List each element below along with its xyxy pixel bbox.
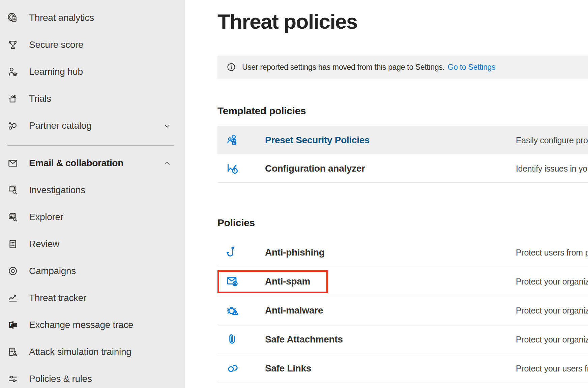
- chevron-down-icon: [163, 121, 172, 130]
- sidebar-item-label: Secure score: [29, 39, 83, 50]
- row-description: Protect users from p: [516, 247, 588, 257]
- row-description: Protect your organiz: [516, 305, 588, 315]
- row-description: Easily configure prot: [516, 136, 588, 145]
- sidebar-item-partner-catalog[interactable]: Partner catalog: [0, 112, 185, 139]
- main-content: Threat policies User reported settings h…: [185, 0, 588, 388]
- preset-security-icon: [225, 133, 240, 148]
- sidebar-item-secure-score[interactable]: Secure score: [0, 31, 185, 58]
- policies-list: Anti-phishing Protect users from p Anti-…: [217, 238, 588, 383]
- threat-policies-page: Threat analytics Secure score: [0, 0, 588, 388]
- row-label: Safe Attachments: [265, 334, 343, 345]
- partner-catalog-icon: [6, 119, 20, 132]
- row-label: Anti-spam: [265, 276, 310, 287]
- sidebar-item-label: Policies & rules: [29, 374, 92, 384]
- investigations-icon: [6, 183, 20, 197]
- row-description: Protect your organiz: [516, 276, 588, 286]
- sidebar-item-label: Email & collaboration: [29, 158, 123, 169]
- banner-message: User reported settings has moved from th…: [242, 63, 445, 72]
- row-anti-phishing[interactable]: Anti-phishing Protect users from p: [217, 238, 588, 267]
- anti-phishing-icon: [225, 245, 240, 260]
- trophy-icon: [6, 38, 20, 52]
- sidebar-item-learning-hub[interactable]: Learning hub: [0, 58, 185, 85]
- row-description: Protect your organiz: [516, 334, 588, 344]
- sidebar-item-trials[interactable]: Trials: [0, 85, 185, 112]
- policies-heading: Policies: [217, 217, 255, 229]
- sidebar-section-email-collaboration[interactable]: Email & collaboration: [0, 150, 185, 177]
- trials-icon: [6, 92, 20, 106]
- sidebar-item-label: Explorer: [29, 212, 63, 222]
- row-anti-spam[interactable]: Anti-spam Protect your organiz: [217, 267, 588, 296]
- sidebar-item-threat-analytics[interactable]: Threat analytics: [0, 4, 185, 31]
- explorer-icon: [6, 210, 20, 224]
- row-anti-malware[interactable]: Anti-malware Protect your organiz: [217, 296, 588, 325]
- row-safe-attachments[interactable]: Safe Attachments Protect your organiz: [217, 325, 588, 354]
- row-description: Protect your users fr: [516, 363, 588, 373]
- sidebar-item-explorer[interactable]: Explorer: [0, 204, 185, 231]
- row-label: Configuration analyzer: [265, 163, 365, 174]
- sidebar-item-label: Exchange message trace: [29, 320, 133, 330]
- page-title: Threat policies: [217, 10, 357, 33]
- sidebar-item-attack-simulation-training[interactable]: Attack simulation training: [0, 338, 185, 365]
- go-to-settings-link[interactable]: Go to Settings: [448, 63, 496, 72]
- sidebar-item-label: Partner catalog: [29, 120, 91, 131]
- svg-text:E: E: [10, 323, 13, 327]
- row-label: Preset Security Policies: [265, 135, 370, 146]
- learning-hub-icon: [6, 65, 20, 79]
- sidebar-item-policies-rules[interactable]: Policies & rules: [0, 365, 185, 388]
- threat-tracker-icon: [6, 291, 20, 305]
- sidebar-item-label: Investigations: [29, 185, 85, 196]
- row-safe-links[interactable]: Safe Links Protect your users fr: [217, 354, 588, 383]
- sidebar-item-threat-tracker[interactable]: Threat tracker: [0, 285, 185, 311]
- exchange-icon: E: [6, 318, 20, 332]
- anti-malware-icon: [225, 303, 240, 318]
- sidebar-item-label: Review: [29, 239, 59, 249]
- row-description: Identify issues in you: [516, 163, 588, 173]
- row-configuration-analyzer[interactable]: Configuration analyzer Identify issues i…: [217, 154, 588, 183]
- sidebar-item-label: Threat analytics: [29, 12, 94, 23]
- templated-policies-heading: Templated policies: [217, 105, 306, 117]
- safe-attachments-icon: [225, 332, 240, 347]
- anti-spam-icon: [225, 274, 240, 289]
- sidebar: Threat analytics Secure score: [0, 0, 185, 388]
- sidebar-divider: [7, 145, 174, 146]
- campaigns-icon: [6, 264, 20, 278]
- sidebar-item-exchange-message-trace[interactable]: E Exchange message trace: [0, 311, 185, 338]
- row-label: Anti-malware: [265, 305, 323, 316]
- review-icon: [6, 237, 20, 251]
- configuration-analyzer-icon: [225, 161, 240, 176]
- sidebar-item-review[interactable]: Review: [0, 231, 185, 258]
- policies-rules-icon: [6, 372, 20, 386]
- info-icon: [226, 62, 236, 72]
- sidebar-item-label: Trials: [29, 93, 51, 104]
- sidebar-item-label: Campaigns: [29, 266, 76, 276]
- sidebar-item-label: Learning hub: [29, 66, 83, 77]
- sidebar-item-label: Attack simulation training: [29, 347, 131, 357]
- sidebar-item-investigations[interactable]: Investigations: [0, 177, 185, 204]
- chevron-up-icon: [163, 159, 172, 168]
- templated-policies-list: Preset Security Policies Easily configur…: [217, 126, 588, 183]
- threat-analytics-icon: [6, 11, 20, 25]
- mail-icon: [6, 156, 20, 170]
- attack-simulation-icon: [6, 345, 20, 359]
- sidebar-item-campaigns[interactable]: Campaigns: [0, 258, 185, 285]
- safe-links-icon: [225, 361, 240, 376]
- sidebar-item-label: Threat tracker: [29, 293, 86, 303]
- row-preset-security-policies[interactable]: Preset Security Policies Easily configur…: [217, 126, 588, 154]
- row-label: Safe Links: [265, 363, 311, 374]
- row-label: Anti-phishing: [265, 247, 325, 258]
- info-banner: User reported settings has moved from th…: [217, 56, 588, 79]
